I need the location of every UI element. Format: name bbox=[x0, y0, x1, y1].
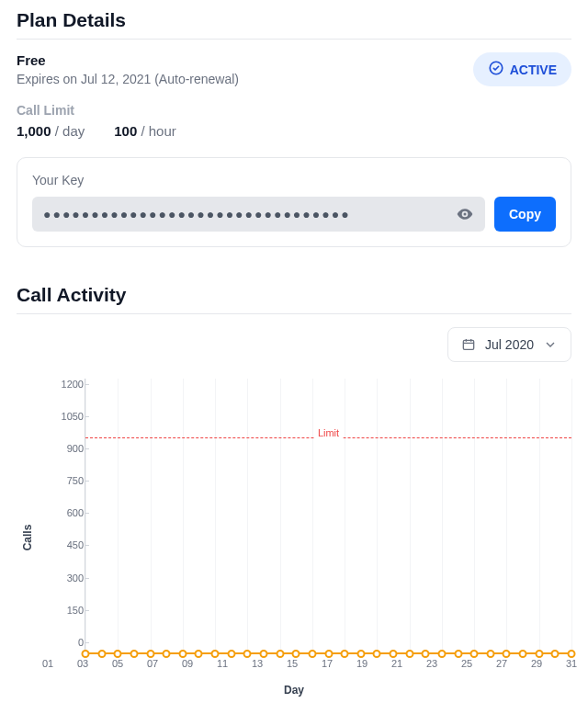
divider bbox=[17, 39, 571, 40]
x-axis-label: Day bbox=[284, 684, 304, 697]
data-point bbox=[178, 650, 187, 658]
api-key-panel: Your Key ●●●●●●●●●●●●●●●●●●●●●●●●●●●●●●●… bbox=[17, 157, 571, 247]
x-tick: 13 bbox=[252, 658, 263, 669]
x-tick: 07 bbox=[147, 658, 158, 669]
data-point bbox=[308, 650, 316, 658]
limit-hour-per: / hour bbox=[137, 123, 176, 139]
x-tick: 31 bbox=[566, 658, 577, 669]
y-tick: 0 bbox=[49, 637, 84, 648]
data-point bbox=[211, 650, 220, 658]
data-point bbox=[519, 650, 527, 658]
y-tick: 1050 bbox=[49, 411, 84, 422]
data-point bbox=[276, 650, 284, 658]
data-point bbox=[470, 650, 479, 658]
plan-details-heading: Plan Details bbox=[17, 9, 571, 31]
data-point bbox=[97, 650, 106, 658]
limit-day-value: 1,000 bbox=[17, 123, 51, 139]
data-point bbox=[422, 650, 430, 658]
plan-name: Free bbox=[17, 52, 239, 68]
month-picker[interactable]: Jul 2020 bbox=[447, 327, 571, 362]
data-point bbox=[356, 650, 365, 658]
data-point bbox=[405, 650, 413, 658]
plan-expires: Expires on Jul 12, 2021 (Auto-renewal) bbox=[17, 72, 239, 86]
x-tick: 11 bbox=[217, 658, 228, 669]
y-tick: 600 bbox=[49, 507, 84, 518]
eye-icon[interactable] bbox=[456, 205, 474, 223]
limit-per-day: 1,000 / day bbox=[17, 123, 85, 139]
limit-hour-value: 100 bbox=[114, 123, 137, 139]
x-tick: 15 bbox=[287, 658, 298, 669]
data-point bbox=[503, 650, 511, 658]
y-tick: 300 bbox=[49, 572, 84, 584]
api-key-label: Your Key bbox=[32, 173, 556, 187]
data-point bbox=[551, 650, 560, 658]
y-axis-label: Calls bbox=[21, 525, 34, 551]
y-tick: 1200 bbox=[49, 379, 84, 390]
x-tick: 05 bbox=[112, 658, 123, 669]
data-point bbox=[146, 650, 154, 658]
chart: Calls 015030045060075090010501200 Limit … bbox=[17, 379, 571, 697]
data-point bbox=[390, 650, 398, 658]
call-activity-heading: Call Activity bbox=[17, 284, 571, 306]
limit-day-per: / day bbox=[51, 123, 85, 139]
month-label: Jul 2020 bbox=[485, 337, 534, 352]
data-point bbox=[535, 650, 543, 658]
copy-button[interactable]: Copy bbox=[494, 197, 556, 232]
y-tick: 450 bbox=[49, 539, 84, 550]
data-point bbox=[341, 650, 349, 658]
x-tick: 03 bbox=[77, 658, 88, 669]
data-point bbox=[373, 650, 381, 658]
chevron-down-icon bbox=[543, 337, 558, 352]
api-key-masked: ●●●●●●●●●●●●●●●●●●●●●●●●●●●●●●●● bbox=[43, 207, 351, 221]
data-point bbox=[454, 650, 462, 658]
x-tick: 21 bbox=[391, 658, 402, 669]
data-point bbox=[163, 650, 171, 658]
x-tick: 01 bbox=[42, 658, 53, 669]
x-tick: 23 bbox=[426, 658, 437, 669]
check-circle-icon bbox=[488, 60, 504, 79]
limit-per-hour: 100 / hour bbox=[114, 123, 176, 139]
data-point bbox=[82, 650, 90, 658]
x-tick: 19 bbox=[356, 658, 368, 669]
data-point bbox=[486, 650, 494, 658]
data-point bbox=[114, 650, 122, 658]
y-tick: 150 bbox=[49, 605, 84, 616]
x-tick: 29 bbox=[531, 658, 542, 669]
data-point bbox=[292, 650, 300, 658]
svg-rect-1 bbox=[463, 340, 473, 349]
calendar-icon bbox=[461, 337, 476, 352]
status-badge: ACTIVE bbox=[473, 52, 571, 86]
x-tick: 27 bbox=[496, 658, 507, 669]
x-tick: 25 bbox=[461, 658, 472, 669]
limit-annotation: Limit bbox=[314, 427, 343, 438]
data-point bbox=[195, 650, 203, 658]
data-point bbox=[130, 650, 138, 658]
data-point bbox=[227, 650, 235, 658]
x-tick: 09 bbox=[182, 658, 193, 669]
data-point bbox=[324, 650, 333, 658]
x-tick: 17 bbox=[322, 658, 333, 669]
divider bbox=[17, 313, 571, 314]
y-tick: 900 bbox=[49, 443, 84, 454]
api-key-field[interactable]: ●●●●●●●●●●●●●●●●●●●●●●●●●●●●●●●● bbox=[32, 197, 485, 232]
status-label: ACTIVE bbox=[510, 62, 557, 77]
data-point bbox=[437, 650, 446, 658]
data-point bbox=[568, 650, 576, 658]
y-tick: 750 bbox=[49, 475, 84, 486]
data-point bbox=[243, 650, 252, 658]
call-limit-label: Call Limit bbox=[17, 103, 571, 118]
data-point bbox=[259, 650, 267, 658]
